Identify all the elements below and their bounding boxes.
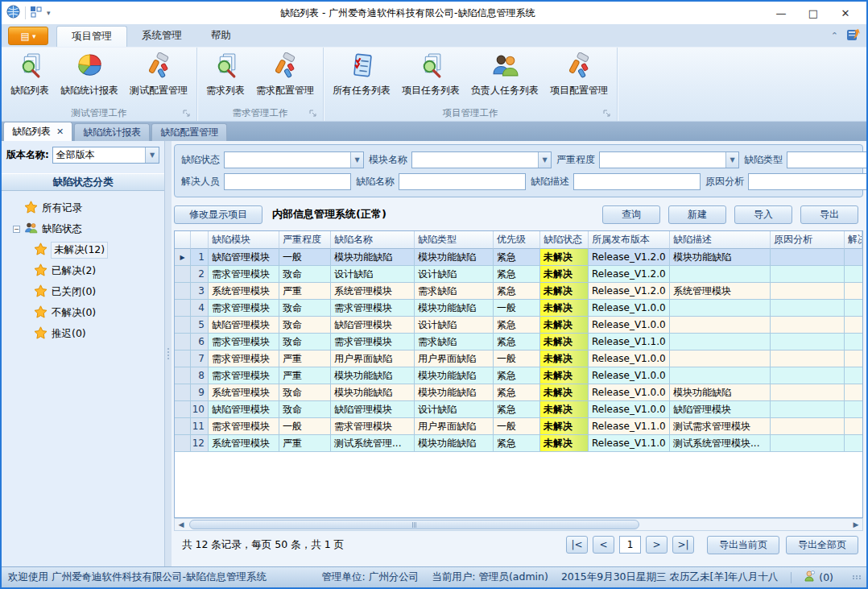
column-header-解决方法[interactable]: 解决方法 xyxy=(845,231,862,249)
column-header-所属发布版本[interactable]: 所属发布版本 xyxy=(589,231,670,249)
column-header-缺陷描述[interactable]: 缺陷描述 xyxy=(670,231,771,249)
column-header-原因分析[interactable]: 原因分析 xyxy=(771,231,845,249)
scroll-right-icon[interactable]: ▶ xyxy=(849,519,862,530)
resize-grip[interactable] xyxy=(853,575,862,579)
ribbon-tab-2[interactable]: 帮助 xyxy=(196,26,246,47)
tree-item-未解决(12)[interactable]: 未解决(12) xyxy=(13,239,164,260)
combo-dropdown-icon[interactable]: ▼ xyxy=(350,152,363,168)
ribbon-button-缺陷列表[interactable]: 缺陷列表 xyxy=(5,50,55,100)
scrollbar-thumb[interactable] xyxy=(189,520,639,529)
table-row-6[interactable]: 6需求管理模块致命需求管理模块需求缺陷紧急未解决Release_V1.1.0 xyxy=(175,334,862,350)
export-current-page-button[interactable]: 导出当前页 xyxy=(707,536,779,554)
tree-item-所有记录[interactable]: 所有记录 xyxy=(13,197,164,218)
document-tab-1[interactable]: 缺陷统计报表 xyxy=(74,123,150,141)
table-row-7[interactable]: 7需求管理模块严重用户界面缺陷用户界面缺陷一般未解决Release_V1.0.0 xyxy=(175,350,862,367)
action-button-新建[interactable]: 新建 xyxy=(668,205,726,224)
filter-combobox-缺陷状态[interactable]: ▼ xyxy=(224,151,364,168)
tab-close-icon[interactable]: ✕ xyxy=(56,127,64,137)
ribbon-tab-0[interactable]: 项目管理 xyxy=(56,26,127,47)
ribbon-button-测试配置管理[interactable]: 测试配置管理 xyxy=(124,50,193,100)
table-cell: 设计缺陷 xyxy=(415,266,494,283)
ribbon-button-负责人任务列表[interactable]: 负责人任务列表 xyxy=(465,50,544,100)
export-all-pages-button[interactable]: 导出全部页 xyxy=(786,536,858,554)
horizontal-scrollbar[interactable]: ◀ ▶ xyxy=(174,518,863,531)
table-row-3[interactable]: 3系统管理模块严重系统管理模块需求缺陷紧急未解决Release_V1.2.0系统… xyxy=(175,283,862,300)
column-header-优先级[interactable]: 优先级 xyxy=(494,231,540,249)
table-row-5[interactable]: 5缺陷管理模块致命缺陷管理模块设计缺陷紧急未解决Release_V1.0.0 xyxy=(175,317,862,334)
document-tab-0[interactable]: 缺陷列表✕ xyxy=(3,122,72,141)
tree-item-不解决(0)[interactable]: 不解决(0) xyxy=(13,302,164,323)
last-page-button[interactable]: >| xyxy=(672,536,694,554)
ribbon-collapse-icon[interactable]: ⌃ xyxy=(831,31,838,41)
action-button-查询[interactable]: 查询 xyxy=(602,205,660,224)
table-row-2[interactable]: 2需求管理模块致命设计缺陷设计缺陷紧急未解决Release_V1.2.0 xyxy=(175,266,862,283)
filter-input-缺陷名称[interactable] xyxy=(399,173,526,190)
action-button-导出[interactable]: 导出 xyxy=(800,205,858,224)
column-header-缺陷状态[interactable]: 缺陷状态 xyxy=(540,231,589,249)
column-header-缺陷类型[interactable]: 缺陷类型 xyxy=(415,231,494,249)
filter-input-原因分析[interactable] xyxy=(748,173,868,190)
close-button[interactable]: ✕ xyxy=(829,3,862,23)
next-page-button[interactable]: > xyxy=(646,536,668,554)
table-row-10[interactable]: 10缺陷管理模块致命缺陷管理模块设计缺陷紧急未解决Release_V1.0.0缺… xyxy=(175,401,862,418)
dialog-launcher-icon[interactable] xyxy=(603,110,612,118)
tree-item-已解决(2)[interactable]: 已解决(2) xyxy=(13,260,164,281)
table-row-1[interactable]: ▶1缺陷管理模块一般模块功能缺陷模块功能缺陷紧急未解决Release_V1.2.… xyxy=(175,249,862,266)
dialog-launcher-icon[interactable] xyxy=(183,110,192,118)
column-header-缺陷名称[interactable]: 缺陷名称 xyxy=(331,231,415,249)
filter-input-缺陷描述[interactable] xyxy=(573,173,701,190)
combo-dropdown-icon[interactable]: ▼ xyxy=(538,152,551,168)
prev-page-button[interactable]: < xyxy=(593,536,614,554)
version-combobox[interactable]: 全部版本 ▼ xyxy=(52,147,159,164)
ribbon-button-需求配置管理[interactable]: 需求配置管理 xyxy=(250,50,320,100)
first-page-button[interactable]: |< xyxy=(566,536,588,554)
table-cell: 致命 xyxy=(279,266,331,283)
table-row-12[interactable]: 12系统管理模块严重测试系统管理...模块功能缺陷紧急未解决Release_V1… xyxy=(175,435,862,452)
filter-value-input[interactable] xyxy=(600,152,725,168)
filter-value-input[interactable] xyxy=(412,152,538,168)
quick-access-tiles-icon[interactable] xyxy=(31,6,42,20)
content-area: 缺陷状态▼模块名称▼严重程度▼缺陷类型▼优先级▼解决人员缺陷名称缺陷描述原因分析… xyxy=(172,141,866,566)
version-dropdown-button[interactable]: ▼ xyxy=(145,147,159,163)
scroll-left-icon[interactable]: ◀ xyxy=(175,519,188,530)
filter-input-解决人员[interactable] xyxy=(224,173,351,190)
ribbon-button-所有任务列表[interactable]: 所有任务列表 xyxy=(327,50,396,100)
tree-expander-minus-icon[interactable]: − xyxy=(13,226,20,233)
tree-item-缺陷状态[interactable]: −缺陷状态 xyxy=(13,218,164,239)
filter-value-input[interactable] xyxy=(225,174,350,189)
ribbon-button-项目配置管理[interactable]: 项目配置管理 xyxy=(544,50,614,100)
page-number-input[interactable] xyxy=(619,536,641,554)
table-row-9[interactable]: 9系统管理模块致命模块功能缺陷模块功能缺陷紧急未解决Release_V1.0.0… xyxy=(175,384,862,401)
app-menu-button[interactable]: ▤ ▾ xyxy=(8,27,48,45)
table-row-11[interactable]: 11需求管理模块一般需求管理模块用户界面缺陷一般未解决Release_V1.1.… xyxy=(175,418,862,435)
table-row-4[interactable]: 4需求管理模块致命需求管理模块模块功能缺陷一般未解决Release_V1.0.0 xyxy=(175,300,862,317)
panel-splitter[interactable] xyxy=(165,141,172,566)
filter-value-input[interactable] xyxy=(787,152,868,168)
filter-value-input[interactable] xyxy=(225,152,350,168)
filter-combobox-严重程度[interactable]: ▼ xyxy=(599,151,739,168)
ribbon-tab-1[interactable]: 系统管理 xyxy=(127,26,196,47)
minimize-button[interactable]: — xyxy=(765,3,797,23)
dialog-launcher-icon[interactable] xyxy=(309,110,318,118)
document-tab-2[interactable]: 缺陷配置管理 xyxy=(151,123,227,141)
table-row-8[interactable]: 8需求管理模块严重模块功能缺陷模块功能缺陷紧急未解决Release_V1.0.0 xyxy=(175,367,862,384)
column-header-缺陷模块[interactable]: 缺陷模块 xyxy=(209,231,279,249)
filter-value-input[interactable] xyxy=(749,174,868,189)
filter-combobox-模块名称[interactable]: ▼ xyxy=(411,151,552,168)
ribbon-button-需求列表[interactable]: 需求列表 xyxy=(200,50,250,100)
filter-combobox-缺陷类型[interactable]: ▼ xyxy=(787,151,868,168)
ribbon-button-项目任务列表[interactable]: 项目任务列表 xyxy=(396,50,465,100)
ribbon-button-缺陷统计报表[interactable]: 缺陷统计报表 xyxy=(55,50,124,100)
tree-item-推迟(0)[interactable]: 推迟(0) xyxy=(13,323,164,344)
action-button-导入[interactable]: 导入 xyxy=(734,205,792,224)
filter-value-input[interactable] xyxy=(574,174,700,189)
modify-columns-button[interactable]: 修改显示项目 xyxy=(174,205,262,224)
filter-value-input[interactable] xyxy=(399,174,525,189)
person-icon[interactable] xyxy=(804,570,816,584)
column-header-严重程度[interactable]: 严重程度 xyxy=(279,231,331,249)
tree-item-已关闭(0)[interactable]: 已关闭(0) xyxy=(13,281,164,302)
maximize-button[interactable]: □ xyxy=(797,3,829,23)
combo-dropdown-icon[interactable]: ▼ xyxy=(725,152,738,168)
message-count-badge[interactable]: (0) xyxy=(819,571,833,583)
help-icon[interactable] xyxy=(846,28,860,44)
